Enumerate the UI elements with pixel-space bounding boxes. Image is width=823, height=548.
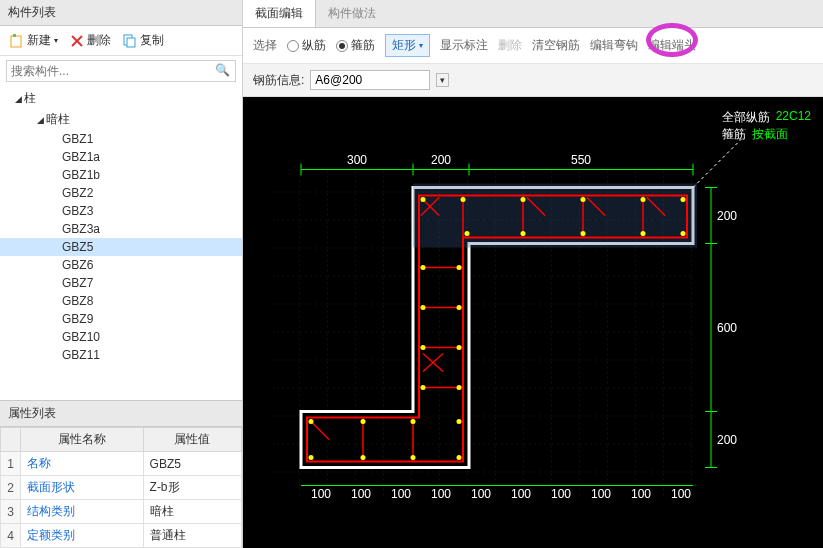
svg-point-38 (457, 265, 462, 270)
show-annotation[interactable]: 显示标注 (440, 37, 488, 54)
svg-text:100: 100 (471, 487, 491, 501)
svg-text:100: 100 (551, 487, 571, 501)
svg-point-35 (521, 231, 526, 236)
prop-row[interactable]: 2截面形状Z-b形 (1, 476, 242, 500)
col-name: 属性名称 (21, 428, 144, 452)
svg-point-30 (641, 197, 646, 202)
tab-section-edit[interactable]: 截面编辑 (243, 0, 316, 27)
svg-text:200: 200 (717, 209, 737, 223)
rebar-info-input[interactable] (310, 70, 430, 90)
rebar-info-dropdown[interactable]: ▾ (436, 73, 449, 87)
right-tabs: 截面编辑 构件做法 (243, 0, 823, 28)
component-tree: ◢柱◢暗柱GBZ1GBZ1aGBZ1bGBZ2GBZ3GBZ3aGBZ5GBZ6… (0, 86, 242, 400)
prop-row[interactable]: 3结构类别暗柱 (1, 500, 242, 524)
svg-point-39 (421, 305, 426, 310)
prop-row[interactable]: 1名称GBZ5 (1, 452, 242, 476)
tree-sub[interactable]: ◢暗柱 (0, 109, 242, 130)
props-table: 属性名称 属性值 1名称GBZ52截面形状Z-b形3结构类别暗柱4定额类别普通柱 (0, 427, 242, 548)
svg-point-43 (421, 385, 426, 390)
tree-item[interactable]: GBZ1a (0, 148, 242, 166)
svg-point-32 (681, 231, 686, 236)
section-canvas[interactable]: 全部纵筋22C12 箍筋按截面 (243, 97, 823, 548)
new-button[interactable]: 新建 ▾ (6, 30, 62, 51)
svg-point-27 (461, 197, 466, 202)
copy-icon (123, 34, 137, 48)
delete-button[interactable]: 删除 (66, 30, 115, 51)
radio-stirrup[interactable]: 箍筋 (336, 37, 375, 54)
svg-point-47 (411, 419, 416, 424)
delete-icon (70, 34, 84, 48)
props-header: 属性列表 (0, 401, 242, 427)
caret-down-icon: ▾ (54, 36, 58, 45)
edit-hook[interactable]: 编辑弯钩 (590, 37, 638, 54)
tree-item[interactable]: GBZ11 (0, 346, 242, 364)
svg-text:600: 600 (717, 321, 737, 335)
caret-down-icon: ▾ (419, 41, 423, 50)
svg-text:200: 200 (717, 433, 737, 447)
svg-text:100: 100 (631, 487, 651, 501)
delete-tool[interactable]: 删除 (498, 37, 522, 54)
radio-icon (287, 40, 299, 52)
svg-point-46 (361, 419, 366, 424)
svg-point-36 (465, 231, 470, 236)
component-list-header: 构件列表 (0, 0, 242, 26)
svg-line-80 (693, 138, 743, 188)
tab-component-method[interactable]: 构件做法 (316, 0, 388, 27)
tree-item[interactable]: GBZ9 (0, 310, 242, 328)
tree-item[interactable]: GBZ3a (0, 220, 242, 238)
tree-item[interactable]: GBZ6 (0, 256, 242, 274)
tree-item[interactable]: GBZ1 (0, 130, 242, 148)
svg-point-45 (309, 419, 314, 424)
radio-longitudinal[interactable]: 纵筋 (287, 37, 326, 54)
svg-text:100: 100 (391, 487, 411, 501)
svg-text:100: 100 (311, 487, 331, 501)
svg-point-51 (411, 455, 416, 460)
svg-point-31 (681, 197, 686, 202)
radio-longitudinal-label: 纵筋 (302, 37, 326, 54)
svg-point-34 (581, 231, 586, 236)
rebar-info-label: 钢筋信息: (253, 72, 304, 89)
rebar-info-bar: 钢筋信息: ▾ (243, 64, 823, 97)
component-toolbar: 新建 ▾ 删除 复制 (0, 26, 242, 56)
new-icon (10, 34, 24, 48)
shape-dropdown[interactable]: 矩形 ▾ (385, 34, 430, 57)
radio-stirrup-label: 箍筋 (351, 37, 375, 54)
svg-point-44 (457, 385, 462, 390)
editor-toolbar: 选择 纵筋 箍筋 矩形 ▾ 显示标注 删除 清空钢筋 编辑弯钩 编辑端头 (243, 28, 823, 64)
svg-point-48 (457, 419, 462, 424)
svg-point-29 (581, 197, 586, 202)
svg-point-40 (457, 305, 462, 310)
clear-rebar[interactable]: 清空钢筋 (532, 37, 580, 54)
select-tool[interactable]: 选择 (253, 37, 277, 54)
edit-end[interactable]: 编辑端头 (648, 37, 696, 54)
tree-item[interactable]: GBZ7 (0, 274, 242, 292)
legend: 全部纵筋22C12 箍筋按截面 (722, 109, 811, 143)
svg-text:100: 100 (671, 487, 691, 501)
tree-item[interactable]: GBZ3 (0, 202, 242, 220)
copy-button[interactable]: 复制 (119, 30, 168, 51)
search-icon[interactable]: 🔍 (215, 63, 230, 77)
tree-item[interactable]: GBZ2 (0, 184, 242, 202)
svg-text:100: 100 (431, 487, 451, 501)
svg-rect-0 (11, 36, 21, 47)
svg-text:550: 550 (571, 153, 591, 167)
search-input[interactable] (6, 60, 236, 82)
svg-text:300: 300 (347, 153, 367, 167)
tree-item[interactable]: GBZ8 (0, 292, 242, 310)
svg-rect-1 (13, 34, 16, 37)
prop-row[interactable]: 4定额类别普通柱 (1, 524, 242, 548)
svg-point-50 (361, 455, 366, 460)
svg-point-28 (521, 197, 526, 202)
tree-item[interactable]: GBZ5 (0, 238, 242, 256)
delete-label: 删除 (87, 32, 111, 49)
tree-item[interactable]: GBZ10 (0, 328, 242, 346)
section-svg: 300 200 550 200 600 200 1001001001001001… (243, 97, 823, 548)
tree-root[interactable]: ◢柱 (0, 88, 242, 109)
svg-point-52 (457, 455, 462, 460)
copy-label: 复制 (140, 32, 164, 49)
new-label: 新建 (27, 32, 51, 49)
svg-text:100: 100 (511, 487, 531, 501)
svg-text:100: 100 (351, 487, 371, 501)
tree-item[interactable]: GBZ1b (0, 166, 242, 184)
svg-rect-5 (127, 38, 135, 47)
